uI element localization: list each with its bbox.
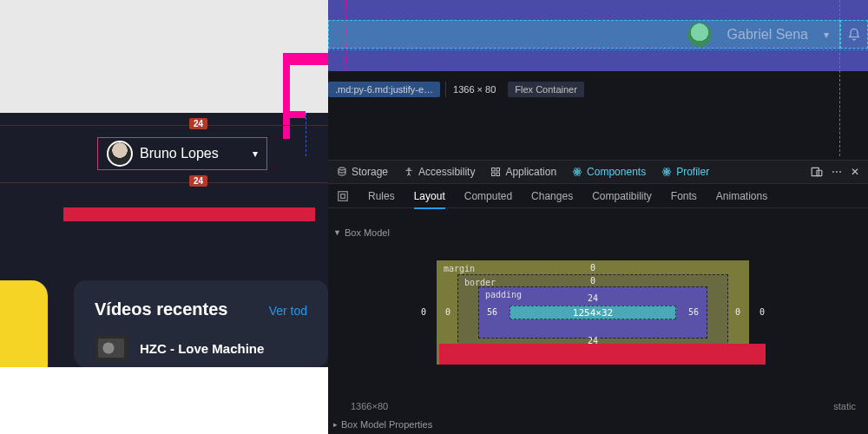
tab-label: Application: [505, 166, 556, 178]
content-area: [0, 0, 328, 113]
see-all-link[interactable]: Ver tod: [269, 304, 307, 318]
tab-storage[interactable]: Storage: [337, 166, 388, 178]
app-viewport-left: 24 24 Bruno Lopes ▾ Vídeos recentes Ver …: [0, 0, 328, 434]
devtools-panel: Gabriel Sena ▾ .md:py-6.md:justify-e… 13…: [328, 0, 868, 434]
svg-rect-14: [812, 168, 819, 175]
boxmodel-section-header[interactable]: ▼ Box Model: [333, 227, 390, 238]
subtab-animations[interactable]: Animations: [716, 190, 767, 202]
svg-rect-3: [496, 168, 500, 172]
react-icon: [661, 167, 672, 177]
video-title: HZC - Love Machine: [140, 341, 264, 356]
user-name: Gabriel Sena: [727, 27, 808, 43]
video-thumbnail: [95, 335, 128, 361]
tab-label: Components: [587, 166, 646, 178]
avatar: [687, 23, 712, 47]
svg-point-6: [576, 171, 578, 173]
measure-ruler-tick: [283, 111, 306, 118]
boxmodel-content[interactable]: 1254×32: [510, 306, 676, 319]
chevron-down-icon: ▾: [253, 148, 258, 160]
more-icon[interactable]: ⋯: [832, 166, 842, 178]
flex-overlay: Gabriel Sena ▾: [328, 20, 840, 49]
section-title: Box Model Properties: [341, 419, 432, 430]
boxmodel-footer: 1366×80 static: [351, 401, 856, 411]
guide-dashed-vertical: [306, 113, 306, 156]
border-label: border: [464, 278, 496, 287]
storage-icon: [337, 167, 347, 177]
padding-left-value[interactable]: 56: [487, 307, 497, 317]
react-icon: [572, 167, 582, 177]
application-icon: [490, 167, 501, 177]
border-top-value[interactable]: 0: [590, 276, 595, 286]
tab-label: Storage: [352, 166, 388, 178]
margin-left-value[interactable]: 0: [421, 307, 426, 317]
devtools-tabs: Storage Accessibility Application Compon…: [328, 160, 868, 184]
highlight-bar: [63, 207, 315, 221]
close-icon[interactable]: ✕: [851, 166, 859, 178]
recent-videos-card: Vídeos recentes Ver tod HZC - Love Machi…: [74, 280, 328, 367]
chevron-down-icon: ▾: [824, 29, 829, 41]
tab-accessibility[interactable]: Accessibility: [404, 166, 475, 178]
subtab-layout[interactable]: Layout: [414, 190, 445, 209]
card-title: Vídeos recentes: [95, 299, 227, 319]
svg-rect-17: [341, 194, 345, 198]
accessibility-icon: [404, 167, 414, 177]
subtab-changes[interactable]: Changes: [531, 190, 573, 202]
responsive-icon[interactable]: [811, 166, 823, 178]
tab-application[interactable]: Application: [490, 166, 556, 178]
svg-point-10: [666, 171, 667, 173]
decorative-shape: [0, 280, 48, 367]
triangle-down-icon: ▼: [333, 228, 341, 237]
svg-point-1: [408, 168, 410, 170]
layout-subtabs: Rules Layout Computed Changes Compatibil…: [328, 184, 868, 208]
border-left-value[interactable]: 0: [445, 307, 450, 317]
svg-rect-5: [496, 173, 500, 176]
padding-right-value[interactable]: 56: [688, 307, 699, 317]
flex-container-chip[interactable]: Flex Container: [508, 82, 584, 97]
element-dimensions: 1366×80: [351, 401, 388, 411]
notifications-button[interactable]: [840, 20, 868, 49]
svg-rect-4: [492, 173, 496, 176]
user-name: Bruno Lopes: [140, 146, 246, 161]
padding-label: padding: [485, 290, 522, 299]
margin-badge: 24: [189, 118, 207, 129]
class-chip[interactable]: .md:py-6.md:justify-e…: [328, 82, 440, 97]
margin-right-value[interactable]: 0: [760, 307, 765, 317]
measure-ruler-vertical: [283, 65, 290, 139]
border-right-value[interactable]: 0: [735, 307, 740, 317]
guide-line: [0, 182, 328, 183]
boxmodel-properties-header[interactable]: ▸ Box Model Properties: [333, 419, 432, 430]
user-menu[interactable]: Bruno Lopes ▾: [97, 137, 267, 170]
content-bottom: [0, 367, 328, 434]
bell-icon: [847, 28, 861, 42]
element-position: static: [833, 401, 856, 411]
flex-guide-horizontal: [328, 49, 868, 50]
tab-profiler[interactable]: Profiler: [661, 166, 709, 178]
margin-label: margin: [444, 264, 475, 273]
tab-label: Accessibility: [418, 166, 475, 178]
padding-top-value[interactable]: 24: [588, 293, 598, 303]
subtab-compatibility[interactable]: Compatibility: [592, 190, 652, 202]
subtab-computed[interactable]: Computed: [464, 190, 512, 202]
subtab-rules[interactable]: Rules: [368, 190, 395, 202]
element-info-chips: .md:py-6.md:justify-e… 1366 × 80 Flex Co…: [328, 82, 584, 97]
highlight-strip: [439, 344, 766, 365]
margin-top-value[interactable]: 0: [590, 263, 595, 273]
section-title: Box Model: [345, 227, 390, 238]
boxmodel-icon[interactable]: [337, 190, 349, 202]
tab-label: Profiler: [676, 166, 709, 178]
video-item[interactable]: HZC - Love Machine: [95, 335, 307, 361]
svg-rect-2: [492, 168, 496, 172]
guide-line: [0, 125, 328, 126]
svg-rect-16: [339, 191, 348, 201]
svg-point-0: [339, 168, 345, 170]
subtab-fonts[interactable]: Fonts: [671, 190, 697, 202]
dimensions-chip: 1366 × 80: [445, 82, 503, 97]
tab-components[interactable]: Components: [572, 166, 646, 178]
margin-badge: 24: [189, 175, 207, 187]
triangle-right-icon: ▸: [333, 420, 338, 429]
avatar: [107, 141, 133, 167]
